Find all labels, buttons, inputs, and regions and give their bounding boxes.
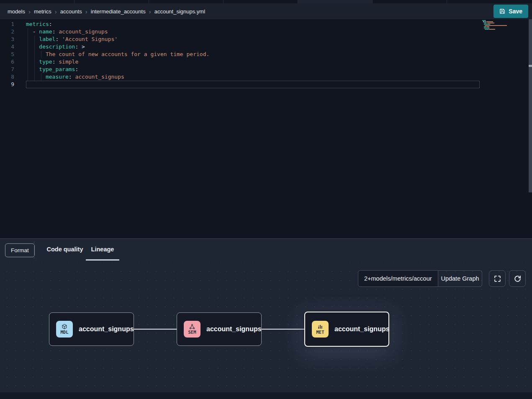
breadcrumb-separator-icon: › [28,8,31,15]
fullscreen-icon [493,275,501,283]
line-number: 5 [0,51,14,58]
breadcrumb-separator-icon: › [85,8,87,15]
editor-scrollbar-thumb[interactable] [529,65,532,67]
editor-tabstrip [0,0,532,3]
node-type-label: MDL [61,330,69,335]
line-number: 4 [0,43,14,51]
lineage-selector-group: Update Graph [358,270,482,287]
code-line-text: The count of new accounts for a given ti… [26,51,209,58]
node-type-label: MET [316,330,324,335]
update-graph-button[interactable]: Update Graph [438,270,482,287]
breadcrumb-separator-icon: › [55,8,57,15]
editor-tab[interactable] [447,0,532,3]
lineage-edge [262,329,304,330]
format-button[interactable]: Format [5,243,35,257]
breadcrumb-item[interactable]: models [8,8,25,15]
lineage-node-sem[interactable]: SEMaccount_signups [177,312,262,346]
lineage-selector-input[interactable] [358,270,438,287]
node-type-badge: MET [312,321,329,338]
metric-chart-icon [317,323,324,330]
semantic-model-icon [189,323,195,330]
code-line-text: label: 'Account Signups' [26,36,118,43]
code-editor[interactable]: 1metrics:2 - name: account_signups3 labe… [0,19,532,238]
editor-tab[interactable] [373,0,447,3]
file-header-bar: models›metrics›accounts›intermediate_acc… [0,3,532,19]
editor-tab[interactable] [75,0,149,3]
code-line[interactable]: 2 - name: account_signups [0,28,532,36]
code-line[interactable]: 3 label: 'Account Signups' [0,36,532,43]
tab-lineage[interactable]: Lineage [86,239,119,261]
line-number: 8 [0,73,14,81]
node-type-label: SEM [188,330,196,335]
save-button-label: Save [509,8,522,15]
save-button[interactable]: Save [493,5,528,18]
current-line-highlight [26,81,480,88]
panel-footer-strip [0,392,532,399]
code-line[interactable]: 6 type: simple [0,58,532,66]
breadcrumb-item[interactable]: account_signups.yml [154,8,205,15]
line-number: 7 [0,66,14,73]
indent-guide [41,73,41,81]
model-cube-icon [61,323,68,330]
code-line-text: - name: account_signups [26,28,108,36]
lineage-edge [134,329,177,330]
code-line-text: type_params: [26,66,78,73]
ide-window: models›metrics›accounts›intermediate_acc… [0,0,532,399]
code-line-text: type: simple [26,58,78,66]
refresh-button[interactable] [509,270,526,287]
fullscreen-button[interactable] [489,270,506,287]
floppy-disk-icon [499,8,505,14]
node-type-badge: MDL [56,321,73,338]
lineage-node-met[interactable]: METaccount_signups [304,312,389,347]
panel-tabs: Code quality Lineage [44,239,119,261]
line-number: 1 [0,20,14,28]
line-number: 2 [0,28,14,36]
line-number: 9 [0,81,14,88]
editor-tab[interactable] [0,0,75,3]
line-number: 6 [0,58,14,66]
code-line[interactable]: 5 The count of new accounts for a given … [0,51,532,58]
bottom-panel: Format Code quality Lineage Update Graph [0,238,532,399]
refresh-icon [514,275,522,283]
indent-guide [28,28,28,81]
node-label: account_signups [334,325,390,333]
breadcrumb-item[interactable]: intermediate_accounts [91,8,146,15]
node-label: account_signups [206,325,262,333]
line-number: 3 [0,36,14,43]
breadcrumb-item[interactable]: accounts [60,8,82,15]
editor-scrollbar[interactable] [529,19,532,192]
node-type-badge: SEM [184,321,200,338]
code-line-text: description: > [26,43,85,51]
bottom-panel-header: Format Code quality Lineage [0,239,532,263]
code-line[interactable]: 7 type_params: [0,66,532,73]
indent-guide [34,36,35,81]
node-label: account_signups [79,325,134,333]
editor-tab[interactable] [149,0,224,3]
panel-divider [34,241,34,259]
tab-code-quality[interactable]: Code quality [44,239,86,261]
code-line[interactable]: 1metrics: [0,20,532,28]
indent-guide [41,51,41,58]
breadcrumb-separator-icon: › [149,8,151,15]
code-line[interactable]: 4 description: > [0,43,532,51]
editor-tab-active[interactable] [298,0,373,3]
breadcrumb: models›metrics›accounts›intermediate_acc… [8,8,205,15]
lineage-canvas[interactable]: Update Graph MDLaccount_signupsSEMaccoun… [0,263,532,392]
code-line-text: metrics: [26,20,52,28]
code-line[interactable]: 8 measure: account_signups [0,73,532,81]
breadcrumb-item[interactable]: metrics [34,8,51,15]
minimap[interactable] [482,20,507,31]
editor-tab[interactable] [224,0,298,3]
lineage-node-mdl[interactable]: MDLaccount_signups [49,312,134,346]
